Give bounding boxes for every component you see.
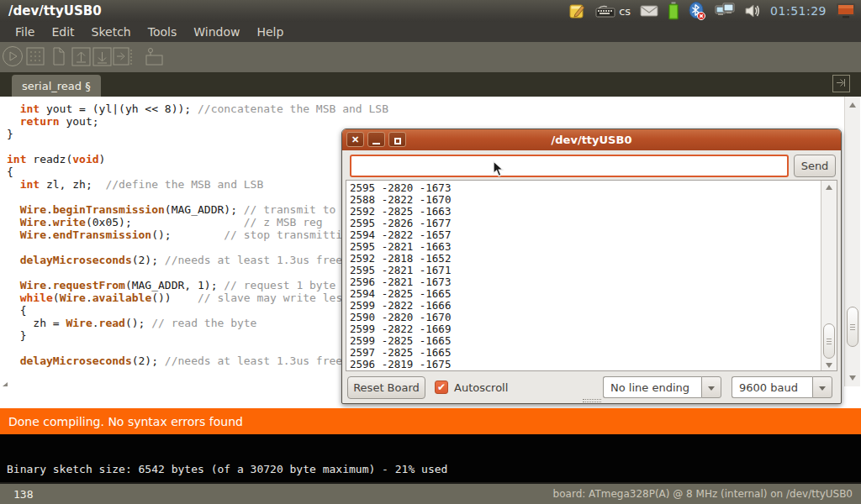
serial-line: 2594 -2825 -1665: [350, 288, 837, 300]
chevron-down-icon[interactable]: [812, 376, 832, 398]
line-ending-dropdown[interactable]: No line ending: [603, 376, 721, 398]
scroll-up-icon[interactable]: [826, 185, 832, 190]
chevron-down-icon[interactable]: [701, 376, 721, 398]
console: Binary sketch size: 6542 bytes (of a 307…: [0, 434, 861, 482]
system-tray: cs 01:51:29: [569, 2, 861, 20]
serial-line: 2596 -2819 -1675: [350, 359, 837, 370]
editor-scrollbar-thumb[interactable]: [847, 307, 858, 347]
scroll-up-icon[interactable]: [849, 102, 856, 108]
serial-line: 2599 -2822 -1666: [350, 300, 837, 312]
hscroll-left-arrow-icon[interactable]: [3, 382, 8, 386]
serial-scrollbar[interactable]: [821, 181, 837, 370]
scroll-down-icon[interactable]: [826, 363, 832, 368]
minimize-button[interactable]: [367, 132, 385, 147]
stop-button[interactable]: [24, 45, 47, 68]
serial-line: 2596 -2821 -1673: [350, 276, 837, 288]
status-bar: Done compiling. No syntax errors found: [0, 408, 861, 434]
open-button[interactable]: [70, 45, 92, 68]
send-button[interactable]: Send: [794, 155, 836, 177]
baud-rate-value: 9600 baud: [732, 376, 812, 398]
serial-output: 2595 -2820 -16732588 -2822 -16702592 -28…: [346, 181, 837, 370]
window-title: /dev/ttyUSB0: [0, 3, 102, 18]
serial-line: 2597 -2825 -1665: [350, 347, 837, 359]
status-message: Done compiling. No syntax errors found: [0, 415, 243, 428]
tab-label: serial_read §: [22, 80, 91, 92]
serial-line: 2594 -2822 -1657: [350, 229, 837, 241]
mouse-cursor: [493, 160, 505, 181]
reset-board-button[interactable]: Reset Board: [347, 376, 425, 399]
battery-icon[interactable]: [668, 2, 679, 20]
menu-item-help[interactable]: Help: [248, 24, 292, 40]
code-line: return yout;: [7, 115, 861, 128]
note-icon[interactable]: [569, 3, 586, 19]
menu-item-tools[interactable]: Tools: [140, 24, 186, 40]
network-icon[interactable]: [715, 3, 735, 19]
serial-line: 2595 -2820 -1673: [350, 182, 837, 194]
bluetooth-icon[interactable]: [689, 2, 705, 20]
baud-rate-dropdown[interactable]: 9600 baud: [732, 376, 832, 398]
tab-menu-button[interactable]: [832, 75, 850, 92]
serial-monitor-title: /dev/ttyUSB0: [342, 134, 841, 146]
editor-scrollbar[interactable]: [844, 97, 860, 386]
serial-scrollbar-thumb[interactable]: [823, 323, 835, 359]
serial-monitor-window: ✕ /dev/ttyUSB0 Send 2595 -2820 -16732588…: [341, 129, 842, 404]
autoscroll-checkbox[interactable]: ✔: [435, 381, 448, 394]
scroll-down-icon[interactable]: [849, 375, 856, 381]
serial-line: 2599 -2825 -1665: [350, 335, 837, 347]
menu-item-edit[interactable]: Edit: [43, 24, 82, 40]
menu-item-sketch[interactable]: Sketch: [83, 24, 140, 40]
session-icon[interactable]: [836, 3, 856, 19]
save-button[interactable]: [91, 45, 114, 68]
serial-line: 2592 -2825 -1663: [350, 206, 837, 218]
clock[interactable]: 01:51:29: [770, 4, 827, 18]
serial-line: 2595 -2826 -1677: [350, 218, 837, 229]
keyboard-layout-icon[interactable]: cs: [595, 4, 631, 18]
keyboard-layout-label: cs: [619, 5, 631, 18]
code-line: int yout = (yl|(yh << 8)); //concatenate…: [7, 102, 861, 115]
upload-button[interactable]: [112, 45, 135, 68]
line-ending-value: No line ending: [603, 376, 701, 398]
mail-icon[interactable]: [640, 4, 658, 18]
serial-line: 2599 -2822 -1669: [350, 323, 837, 335]
serial-line: 2592 -2818 -1652: [350, 253, 837, 265]
serial-monitor-button[interactable]: [143, 45, 166, 68]
menu-bar: FileEditSketchToolsWindowHelp: [0, 22, 861, 42]
serial-monitor-controls: Reset Board ✔ Autoscroll No line ending …: [342, 375, 841, 400]
board-info: board: ATmega328P(A) @ 8 MHz (internal) …: [553, 488, 861, 500]
serial-line: 2590 -2820 -1670: [350, 312, 837, 323]
menu-item-window[interactable]: Window: [185, 24, 248, 40]
autoscroll-label: Autoscroll: [454, 381, 508, 394]
volume-icon[interactable]: [744, 3, 761, 19]
line-number: 138: [0, 488, 33, 501]
verify-button[interactable]: [2, 45, 24, 68]
serial-monitor-titlebar[interactable]: ✕ /dev/ttyUSB0: [342, 129, 841, 150]
tab-serial-read[interactable]: serial_read §: [12, 75, 101, 97]
serial-input[interactable]: [350, 155, 789, 177]
footer-bar: 138 board: ATmega328P(A) @ 8 MHz (intern…: [0, 482, 861, 504]
serial-line: 2595 -2821 -1671: [350, 265, 837, 276]
menu-item-file[interactable]: File: [7, 24, 43, 40]
serial-output-panel: 2595 -2820 -16732588 -2822 -16702592 -28…: [346, 180, 837, 371]
serial-line: 2595 -2821 -1663: [350, 241, 837, 253]
console-output: Binary sketch size: 6542 bytes (of a 307…: [7, 463, 447, 475]
serial-line: 2588 -2822 -1670: [350, 194, 837, 206]
window-resize-grip[interactable]: [583, 399, 601, 402]
tab-bar: serial_read §: [0, 72, 861, 97]
close-button[interactable]: ✕: [346, 132, 364, 147]
maximize-button[interactable]: [388, 132, 406, 147]
top-panel: /dev/ttyUSB0 cs 01:51:29: [0, 0, 861, 22]
new-sketch-button[interactable]: [47, 45, 70, 68]
